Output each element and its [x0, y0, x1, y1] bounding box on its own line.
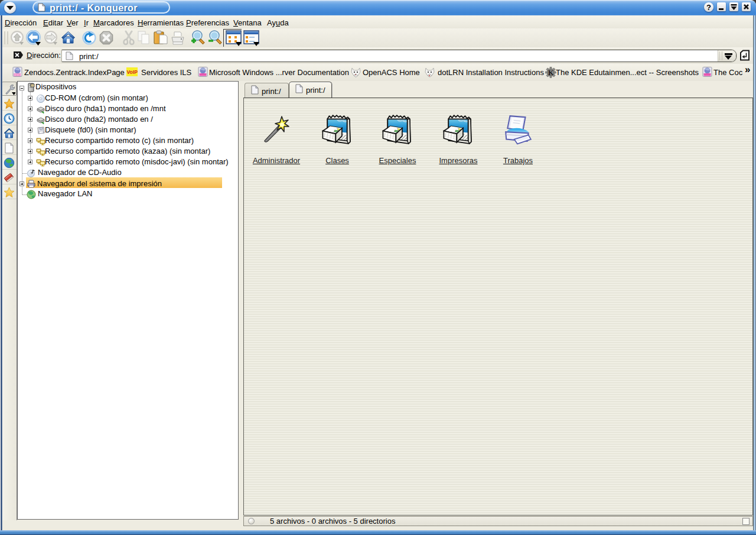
svg-text:VoIP: VoIP: [127, 69, 138, 75]
svg-text:K: K: [548, 69, 554, 77]
svg-text:WWW: WWW: [14, 73, 22, 76]
svg-text:?: ?: [706, 3, 711, 12]
